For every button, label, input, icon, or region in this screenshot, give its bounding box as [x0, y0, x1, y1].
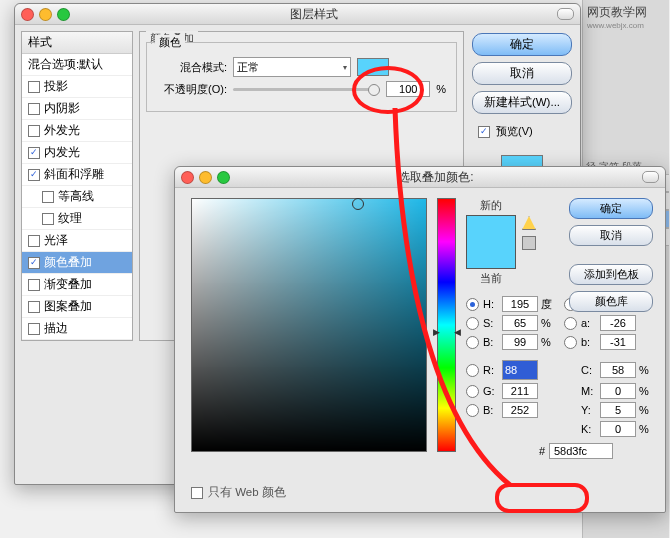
- color-libraries-button[interactable]: 颜色库: [569, 291, 653, 312]
- titlebar-pill-icon[interactable]: [557, 8, 574, 20]
- radio-b-lab[interactable]: [564, 336, 577, 349]
- hue-slider[interactable]: ▶◀: [437, 198, 456, 452]
- titlebar-pill-icon[interactable]: [642, 171, 659, 183]
- close-icon[interactable]: [181, 171, 194, 184]
- zoom-icon[interactable]: [57, 8, 70, 21]
- style-stroke[interactable]: 描边: [22, 318, 132, 340]
- style-gradient-overlay[interactable]: 渐变叠加: [22, 274, 132, 296]
- gamut-warning-icon[interactable]: [522, 216, 536, 230]
- color-preview-box[interactable]: [466, 215, 516, 269]
- opacity-label: 不透明度(O):: [157, 82, 227, 97]
- current-label: 当前: [466, 271, 516, 286]
- cancel-button[interactable]: 取消: [569, 225, 653, 246]
- radio-b-rgb[interactable]: [466, 404, 479, 417]
- web-only-checkbox[interactable]: [191, 487, 203, 499]
- label: 渐变叠加: [44, 277, 92, 292]
- web-only-label: 只有 Web 颜色: [208, 485, 286, 500]
- watermark-cn: 网页教学网: [587, 4, 669, 21]
- label-y: Y:: [581, 404, 597, 416]
- label-b-lab: b:: [581, 336, 597, 348]
- checkbox[interactable]: [28, 279, 40, 291]
- minimize-icon[interactable]: [199, 171, 212, 184]
- checkbox[interactable]: [28, 147, 40, 159]
- blend-options-label: 混合选项:默认: [28, 57, 103, 72]
- radio-s[interactable]: [466, 317, 479, 330]
- blend-mode-select[interactable]: 正常 ▾: [233, 57, 351, 77]
- radio-h[interactable]: [466, 298, 479, 311]
- input-b-rgb[interactable]: 252: [502, 402, 538, 418]
- label-c: C:: [581, 364, 597, 376]
- cancel-button[interactable]: 取消: [472, 62, 572, 85]
- websafe-warning-icon[interactable]: [522, 236, 536, 250]
- unit-y: %: [639, 404, 653, 416]
- input-r[interactable]: 88: [502, 360, 538, 380]
- color-group-label: 颜色: [155, 35, 185, 50]
- radio-r[interactable]: [466, 364, 479, 377]
- style-inner-shadow[interactable]: 内阴影: [22, 98, 132, 120]
- blend-options-row[interactable]: 混合选项:默认: [22, 54, 132, 76]
- input-y[interactable]: 5: [600, 402, 636, 418]
- input-g[interactable]: 211: [502, 383, 538, 399]
- input-h[interactable]: 195: [502, 296, 538, 312]
- close-icon[interactable]: [21, 8, 34, 21]
- checkbox[interactable]: [42, 213, 54, 225]
- style-bevel-emboss[interactable]: 斜面和浮雕: [22, 164, 132, 186]
- radio-a[interactable]: [564, 317, 577, 330]
- label-a: a:: [581, 317, 597, 329]
- add-swatch-button[interactable]: 添加到色板: [569, 264, 653, 285]
- color-field[interactable]: [191, 198, 427, 452]
- label: 内阴影: [44, 101, 80, 116]
- input-k[interactable]: 0: [600, 421, 636, 437]
- style-color-overlay[interactable]: 颜色叠加: [22, 252, 132, 274]
- preview-toggle[interactable]: 预览(V): [472, 124, 572, 139]
- style-texture[interactable]: 纹理: [22, 208, 132, 230]
- overlay-color-swatch[interactable]: [357, 58, 389, 76]
- opacity-input[interactable]: 100: [386, 81, 430, 97]
- style-satin[interactable]: 光泽: [22, 230, 132, 252]
- input-b-lab[interactable]: -31: [600, 334, 636, 350]
- checkbox[interactable]: [28, 257, 40, 269]
- slider-thumb-icon[interactable]: [368, 84, 380, 96]
- style-pattern-overlay[interactable]: 图案叠加: [22, 296, 132, 318]
- input-c[interactable]: 58: [600, 362, 636, 378]
- checkbox[interactable]: [28, 125, 40, 137]
- input-s[interactable]: 65: [502, 315, 538, 331]
- preview-checkbox[interactable]: [478, 126, 490, 138]
- checkbox[interactable]: [28, 169, 40, 181]
- web-colors-only[interactable]: 只有 Web 颜色: [191, 485, 286, 500]
- checkbox[interactable]: [28, 81, 40, 93]
- checkbox[interactable]: [28, 301, 40, 313]
- layer-style-titlebar[interactable]: 图层样式: [15, 4, 580, 25]
- input-a[interactable]: -26: [600, 315, 636, 331]
- style-inner-glow[interactable]: 内发光: [22, 142, 132, 164]
- styles-header[interactable]: 样式: [22, 32, 132, 54]
- checkbox[interactable]: [28, 235, 40, 247]
- ok-button[interactable]: 确定: [472, 33, 572, 56]
- color-value-grid: H: 195 度 L: 79 S: 65 % a: -26 B: 99: [466, 296, 653, 437]
- style-outer-glow[interactable]: 外发光: [22, 120, 132, 142]
- new-style-button[interactable]: 新建样式(W)...: [472, 91, 572, 114]
- watermark: 网页教学网 www.webjx.com: [587, 4, 669, 30]
- checkbox[interactable]: [28, 103, 40, 115]
- label-r: R:: [483, 364, 499, 376]
- radio-g[interactable]: [466, 385, 479, 398]
- watermark-url: www.webjx.com: [587, 21, 669, 30]
- radio-b[interactable]: [466, 336, 479, 349]
- minimize-icon[interactable]: [39, 8, 52, 21]
- ok-button[interactable]: 确定: [569, 198, 653, 219]
- unit-m: %: [639, 385, 653, 397]
- color-cursor-icon[interactable]: [352, 198, 364, 210]
- zoom-icon[interactable]: [217, 171, 230, 184]
- unit-b: %: [541, 336, 561, 348]
- checkbox[interactable]: [28, 323, 40, 335]
- style-contour[interactable]: 等高线: [22, 186, 132, 208]
- hex-input[interactable]: 58d3fc: [549, 443, 613, 459]
- style-drop-shadow[interactable]: 投影: [22, 76, 132, 98]
- checkbox[interactable]: [42, 191, 54, 203]
- input-b-hsb[interactable]: 99: [502, 334, 538, 350]
- input-m[interactable]: 0: [600, 383, 636, 399]
- window-controls: [181, 171, 230, 184]
- window-controls: [21, 8, 70, 21]
- color-picker-titlebar[interactable]: 选取叠加颜色:: [175, 167, 665, 188]
- opacity-slider[interactable]: [233, 88, 380, 91]
